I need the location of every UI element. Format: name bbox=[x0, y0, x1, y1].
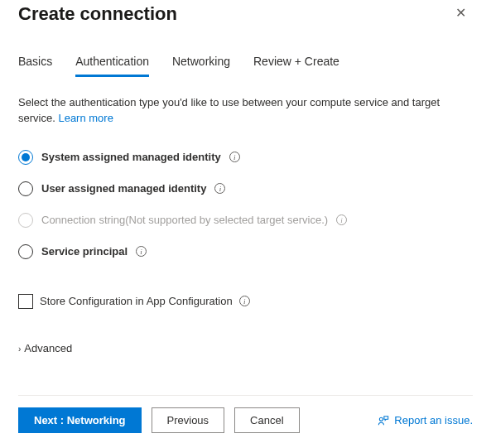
chevron-right-icon: › bbox=[18, 344, 21, 354]
radio-icon[interactable] bbox=[18, 244, 33, 259]
store-config-row[interactable]: Store Configuration in App Configuration… bbox=[18, 294, 473, 309]
close-button[interactable]: ✕ bbox=[449, 3, 473, 23]
learn-more-link[interactable]: Learn more bbox=[58, 112, 113, 124]
auth-options: System assigned managed identity i User … bbox=[18, 150, 473, 276]
person-feedback-icon bbox=[378, 415, 389, 426]
tab-basics[interactable]: Basics bbox=[18, 55, 52, 77]
option-label: Connection string(Not supported by selec… bbox=[41, 214, 328, 226]
footer: Next : Networking Previous Cancel Report… bbox=[18, 395, 473, 448]
option-system-assigned[interactable]: System assigned managed identity i bbox=[18, 150, 473, 165]
info-icon[interactable]: i bbox=[136, 246, 147, 257]
description-text: Select the authentication type you'd lik… bbox=[18, 95, 473, 127]
info-icon[interactable]: i bbox=[229, 152, 240, 162]
report-issue-link[interactable]: Report an issue. bbox=[378, 414, 473, 426]
option-user-assigned[interactable]: User assigned managed identity i bbox=[18, 181, 473, 196]
tab-authentication[interactable]: Authentication bbox=[75, 55, 149, 77]
option-label: User assigned managed identity bbox=[41, 182, 206, 195]
cancel-button[interactable]: Cancel bbox=[234, 407, 299, 433]
tab-networking[interactable]: Networking bbox=[172, 55, 230, 77]
previous-button[interactable]: Previous bbox=[152, 407, 225, 433]
next-button[interactable]: Next : Networking bbox=[18, 407, 142, 433]
tab-review-create[interactable]: Review + Create bbox=[253, 55, 339, 77]
option-label: Service principal bbox=[41, 245, 128, 258]
info-icon[interactable]: i bbox=[336, 214, 347, 225]
radio-icon bbox=[18, 213, 33, 228]
option-service-principal[interactable]: Service principal i bbox=[18, 244, 473, 259]
checkbox-icon[interactable] bbox=[18, 294, 33, 309]
tab-bar: Basics Authentication Networking Review … bbox=[18, 55, 473, 77]
option-connection-string: Connection string(Not supported by selec… bbox=[18, 213, 473, 228]
info-icon[interactable]: i bbox=[239, 296, 250, 306]
store-config-label: Store Configuration in App Configuration bbox=[40, 295, 233, 307]
option-label: System assigned managed identity bbox=[41, 151, 221, 163]
advanced-toggle[interactable]: ›Advanced bbox=[18, 342, 473, 354]
close-icon: ✕ bbox=[455, 6, 466, 20]
info-icon[interactable]: i bbox=[214, 183, 225, 194]
radio-icon[interactable] bbox=[18, 150, 33, 165]
page-title: Create connection bbox=[18, 3, 177, 25]
radio-icon[interactable] bbox=[18, 181, 33, 196]
svg-point-0 bbox=[380, 417, 383, 421]
